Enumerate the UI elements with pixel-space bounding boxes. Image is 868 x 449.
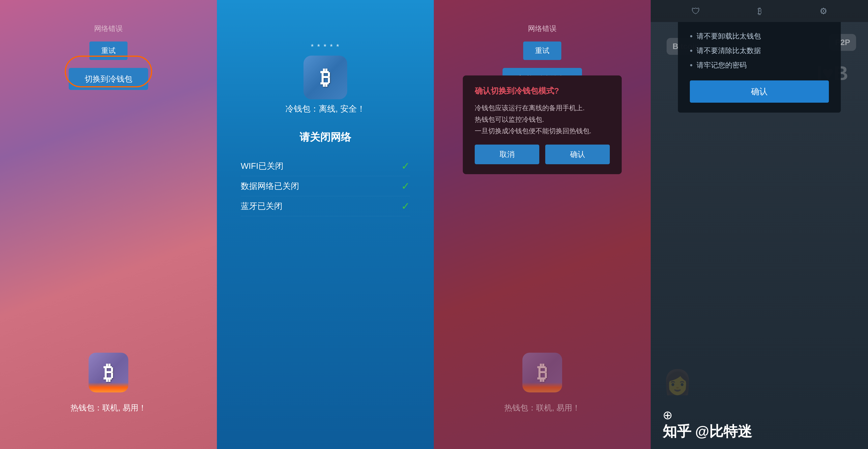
protect-dialog: ℹ 为了保护您的比特币: 请不要卸载比太钱包 请不要清除比太数据 请牢记您的密码… <box>678 22 841 113</box>
topbar: 🛡 ₿ ⚙ <box>651 0 868 22</box>
shield-icon: 🛡 <box>691 6 700 16</box>
network-section-title: 请关闭网络 <box>241 130 410 144</box>
hot-wallet-icon-3: ₿ <box>522 353 562 392</box>
network-error-label-3: 网络错误 <box>528 24 557 34</box>
network-error-label-1: 网络错误 <box>94 24 123 34</box>
bitcoin-symbol-1: ₿ <box>103 361 114 384</box>
p1-top-section: 网络错误 重试 切换到冷钱包 <box>69 24 148 90</box>
dialog-line-2: 热钱包可以监控冷钱包. <box>475 116 544 123</box>
p1-bottom-section: ₿ 热钱包：联机, 易用！ <box>70 353 146 413</box>
cold-wallet-label: 冷钱包：离线, 安全！ <box>285 103 365 115</box>
gear-icon: ⚙ <box>819 6 827 16</box>
retry-button-3[interactable]: 重试 <box>523 41 561 60</box>
bitcoin-symbol-2: ₿ <box>320 66 330 89</box>
brand-label: 知乎 @比特迷 <box>662 422 752 441</box>
dialog-line-3: 一旦切换成冷钱包便不能切换回热钱包. <box>475 127 591 135</box>
add-icon: ⊕ <box>662 408 673 422</box>
p3-bottom-section: ₿ 热钱包：联机, 易用！ <box>504 353 580 413</box>
cold-wallet-confirm-dialog: 确认切换到冷钱包模式? 冷钱包应该运行在离线的备用手机上. 热钱包可以监控冷钱包… <box>463 75 622 174</box>
dialog-confirm-button[interactable]: 确认 <box>545 145 610 164</box>
network-item-wifi: WIFI已关闭 ✓ <box>241 156 410 176</box>
cold-wallet-icon: * * * * * ₿ <box>302 47 349 99</box>
illustration-area: Bitcoin? P2P I♥B 👩 ℹ 为了保护您的比特币: 请不要卸载比太钱… <box>651 22 868 400</box>
protect-dialog-list: 请不要卸载比太钱包 请不要清除比太数据 请牢记您的密码 <box>690 29 829 72</box>
wifi-label: WIFI已关闭 <box>241 160 283 171</box>
panel-hot-wallet-error: 网络错误 重试 切换到冷钱包 ₿ 热钱包：联机, 易用！ <box>0 0 217 449</box>
bluetooth-label: 蓝牙已关闭 <box>241 200 282 212</box>
retry-button-1[interactable]: 重试 <box>89 41 127 60</box>
protect-dialog-title: ℹ 为了保护您的比特币: <box>690 22 829 23</box>
hot-wallet-label: 热钱包：联机, 易用！ <box>70 402 146 413</box>
panel-cold-wallet-intro: * * * * * ₿ 冷钱包：离线, 安全！ 请关闭网络 WIFI已关闭 ✓ … <box>217 0 434 449</box>
bitcoin-symbol-3: ₿ <box>537 361 547 384</box>
p4-brand-section: ⊕ 知乎 @比特迷 <box>651 400 868 449</box>
hot-wallet-label-3: 热钱包：联机, 易用！ <box>504 402 580 413</box>
data-check: ✓ <box>401 180 410 192</box>
p4-content-wrapper: Bitcoin? P2P I♥B 👩 ℹ 为了保护您的比特币: 请不要卸载比太钱… <box>651 22 868 449</box>
network-section: 请关闭网络 WIFI已关闭 ✓ 数据网络已关闭 ✓ 蓝牙已关闭 ✓ <box>241 130 410 216</box>
dialog-cancel-button[interactable]: 取消 <box>475 145 539 164</box>
protect-item-2: 请不要清除比太数据 <box>690 43 829 58</box>
hot-wallet-icon-bg-3: ₿ <box>522 353 562 392</box>
data-label: 数据网络已关闭 <box>241 181 299 192</box>
hot-wallet-icon: ₿ <box>89 353 128 392</box>
girl-illustration: 👩 <box>662 368 692 396</box>
dialog-content: 冷钱包应该运行在离线的备用手机上. 热钱包可以监控冷钱包. 一旦切换成冷钱包便不… <box>475 102 610 137</box>
protect-confirm-button[interactable]: 确认 <box>690 81 829 103</box>
network-item-data: 数据网络已关闭 ✓ <box>241 176 410 196</box>
wifi-check: ✓ <box>401 160 410 172</box>
panel-protect-bitcoin: 🛡 ₿ ⚙ Bitcoin? P2P I♥B 👩 ℹ 为了保护您的比特币: 请不… <box>651 0 868 449</box>
info-icon: ℹ <box>690 22 693 23</box>
hot-wallet-icon-bg: ₿ <box>89 353 128 392</box>
bitcoin-icon-topbar: ₿ <box>757 6 762 16</box>
panel-confirm-cold-mode: 网络错误 重试 切换到冷钱包 确认切换到冷钱包模式? 冷钱包应该运行在离线的备用… <box>434 0 651 449</box>
protect-dialog-title-text: 为了保护您的比特币: <box>696 22 771 23</box>
switch-cold-button-1[interactable]: 切换到冷钱包 <box>69 68 148 90</box>
dialog-title: 确认切换到冷钱包模式? <box>475 86 610 96</box>
snow-decoration: * * * * * <box>302 43 349 51</box>
p2-full-content: * * * * * ₿ 冷钱包：离线, 安全！ 请关闭网络 WIFI已关闭 ✓ … <box>229 24 422 413</box>
network-item-bluetooth: 蓝牙已关闭 ✓ <box>241 196 410 216</box>
dialog-button-row: 取消 确认 <box>475 145 610 164</box>
dialog-line-1: 冷钱包应该运行在离线的备用手机上. <box>475 104 585 111</box>
protect-item-3: 请牢记您的密码 <box>690 58 829 72</box>
bluetooth-check: ✓ <box>401 200 410 212</box>
cold-wallet-icon-box: ₿ <box>304 56 347 99</box>
protect-item-1: 请不要卸载比太钱包 <box>690 29 829 43</box>
